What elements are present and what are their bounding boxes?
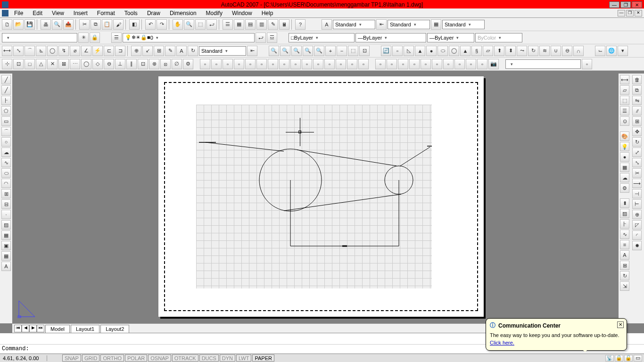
draw-order-button[interactable]: ⬍ [620,198,629,208]
rotate-button[interactable]: ↻ [632,137,642,147]
circle-button[interactable]: ○ [1,137,11,147]
fillet-button[interactable]: ◜ [632,230,642,240]
tab-last-button[interactable]: ⏭ [37,325,44,332]
plot-button[interactable]: 🖶 [41,19,51,30]
osnap-settings-button[interactable]: ⚙ [183,59,193,69]
viewport[interactable] [196,105,432,288]
grid-toggle[interactable]: GRID [82,354,100,362]
mtext-button[interactable]: A [1,262,11,271]
solid-shell-button[interactable]: ▫ [347,59,357,69]
offset-button[interactable]: ⫽ [632,106,642,115]
dim-angular-button[interactable]: ∠ [81,46,91,56]
lwt-toggle[interactable]: LWT [236,354,251,362]
plot-preview-button[interactable]: 🔍 [52,19,62,30]
zoom-scale-button[interactable]: 🔍 [291,46,302,56]
3d-planar-button[interactable]: ▱ [483,46,493,56]
scale-button[interactable]: ⤢ [632,148,642,157]
table-button[interactable]: ▦ [1,251,11,261]
polyline-edit-button[interactable]: ⺊ [620,219,629,229]
make-block-button[interactable]: ⊟ [1,199,11,209]
solid-taper-face-button[interactable]: ▫ [256,59,267,69]
array-button[interactable]: ⊞ [632,116,642,126]
close-button[interactable]: ✕ [632,1,642,8]
tool-palettes-button[interactable]: ▤ [245,19,256,30]
rectangle-button[interactable]: ▭ [1,116,11,126]
zoom-realtime-button[interactable]: 🔍 [184,19,194,30]
balloon-link[interactable]: Click here. [490,340,623,346]
dim-tolerance-button[interactable]: ⊞ [154,46,164,56]
solid-copy-edge-button[interactable]: ▫ [290,59,301,69]
dim-arc-button[interactable]: ⌒ [25,46,35,56]
menu-window[interactable]: Window [227,10,257,16]
mapping-button[interactable]: ▦ [620,163,629,172]
open-button[interactable]: 📂 [13,19,24,30]
solid-offset-face-button[interactable]: ▫ [223,59,233,69]
osnap-tangent-button[interactable]: ⊖ [104,59,114,69]
toolbar-lock-icon[interactable]: 🔓 [624,355,633,362]
stretch-button[interactable]: ⤡ [632,158,642,167]
menu-insert[interactable]: Insert [69,10,92,16]
distance-button[interactable]: ⟷ [620,75,629,84]
3d-rotate-button[interactable]: 🔄 [381,46,391,56]
ucs-world-button[interactable]: 🌐 [606,46,617,56]
quickcalc-button[interactable]: 🖩 [279,19,289,30]
view-front-button[interactable]: ▫ [421,59,431,69]
view-top-button[interactable]: ▫ [375,59,386,69]
textstyle-icon[interactable]: A [322,19,332,30]
menu-format[interactable]: Format [92,10,120,16]
layer-combo[interactable]: 💡❄☀🔒■ 0 [123,33,255,42]
materials-button[interactable]: ● [620,152,629,162]
spline-button[interactable]: ∿ [1,158,11,167]
view-bottom-button[interactable]: ▫ [387,59,397,69]
3d-pyramid-button[interactable]: ▲ [460,46,471,56]
tab-layout2[interactable]: Layout2 [100,325,129,333]
plotstyle-combo[interactable]: ByColor [475,33,522,42]
menu-edit[interactable]: Edit [28,10,47,16]
layer-manager-button[interactable]: ☰ [111,33,122,43]
3d-presspull-button[interactable]: ⬍ [505,46,516,56]
dim-leader-button[interactable]: ↙ [142,46,153,56]
menu-view[interactable]: View [47,10,69,16]
solid-move-face-button[interactable]: ▫ [211,59,222,69]
solid-imprint-button[interactable]: ▫ [313,59,323,69]
osnap-parallel-button[interactable]: ∥ [126,59,137,69]
dim-ordinate-button[interactable]: ⊾ [36,46,46,56]
tab-prev-button[interactable]: ◀ [22,325,29,332]
mdi-restore-button[interactable]: ❐ [626,10,634,16]
menu-modify[interactable]: Modify [201,10,227,16]
menu-draw[interactable]: Draw [142,10,165,16]
tablestyle-icon[interactable]: ▦ [431,19,441,30]
point-button[interactable]: · [1,210,11,219]
view-back-button[interactable]: ▫ [432,59,442,69]
new-button[interactable]: 🗋 [2,19,12,30]
balloon-close-button[interactable]: ✕ [617,321,624,328]
multiline-edit-button[interactable]: ≡ [620,240,629,249]
dyn-toggle[interactable]: DYN [220,354,235,362]
solid-color-edge-button[interactable]: ▫ [302,59,312,69]
otrack-toggle[interactable]: OTRACK [172,354,198,362]
3d-revolve-button[interactable]: ↻ [528,46,538,56]
view-sw-iso-button[interactable]: ▫ [443,59,454,69]
solid-clean-button[interactable]: ▫ [324,59,335,69]
pan-realtime-button[interactable]: ✋ [173,19,183,30]
dim-style-combo[interactable]: Standard [388,20,430,29]
layer-previous-button[interactable]: ⮐ [256,33,266,43]
coordinates-display[interactable]: 4.61, 6.24, 0.00 [0,355,47,361]
workspace-settings-button[interactable]: ✳ [78,33,89,43]
3d-loft-button[interactable]: ≋ [539,46,550,56]
3d-cone-button[interactable]: ▲ [415,46,425,56]
osnap-midpoint-button[interactable]: △ [36,59,46,69]
solid-color-face-button[interactable]: ▫ [279,59,289,69]
zoom-window-button[interactable]: ⬚ [195,19,206,30]
3d-extrude-button[interactable]: ⬆ [494,46,504,56]
polygon-button[interactable]: ⬠ [1,106,11,115]
text-style-combo[interactable]: Standard [333,20,375,29]
solid-separate-button[interactable]: ▫ [336,59,346,69]
paper-space[interactable] [158,76,484,317]
paper-toggle[interactable]: PAPER [252,354,274,362]
dim-aligned-button[interactable]: ⤡ [13,46,24,56]
zoom-object-button[interactable]: 🔍 [314,46,324,56]
join-button[interactable]: ⊕ [632,210,642,219]
menu-dimension[interactable]: Dimension [165,10,201,16]
spline-edit-button[interactable]: ∿ [620,230,629,239]
